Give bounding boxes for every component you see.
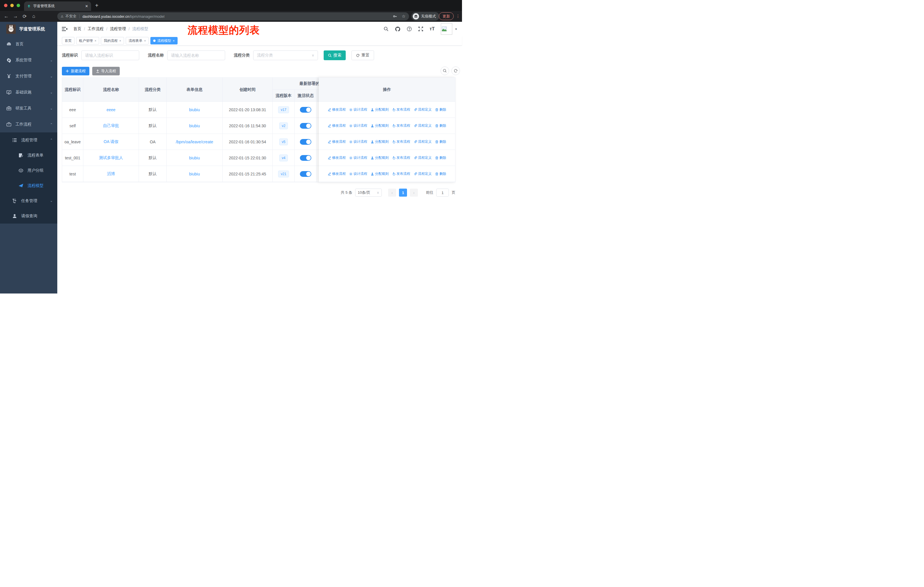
delete-link[interactable]: 删除	[435, 123, 446, 128]
bookmark-star-icon[interactable]: ☆	[402, 14, 406, 19]
caret-down-icon[interactable]: ▾	[455, 27, 457, 31]
design-process-link[interactable]: 设计流程	[349, 123, 367, 128]
breadcrumb-workflow[interactable]: 工作流程	[87, 26, 104, 31]
goto-page-input[interactable]	[436, 189, 449, 197]
edit-process-link[interactable]: 修改流程	[328, 155, 346, 160]
tag-process-model-active[interactable]: 流程模型 ×	[150, 37, 177, 45]
import-process-button[interactable]: 导入流程	[92, 67, 120, 75]
window-minimize-button[interactable]	[10, 4, 14, 7]
breadcrumb-process-manage[interactable]: 流程管理	[110, 26, 126, 31]
sidebar-item-task-manage[interactable]: 任务管理 ⌄	[0, 193, 57, 208]
breadcrumb-home[interactable]: 首页	[73, 26, 81, 31]
help-icon[interactable]	[407, 26, 412, 31]
edit-process-link[interactable]: 修改流程	[328, 171, 346, 176]
process-definition-link[interactable]: 流程定义	[414, 171, 432, 176]
sidebar-item-payment[interactable]: 支付管理 ⌄	[0, 68, 57, 84]
active-toggle[interactable]	[300, 171, 311, 177]
version-badge[interactable]: v5	[279, 139, 288, 146]
close-icon[interactable]: ×	[119, 39, 121, 42]
assign-rule-link[interactable]: 分配规则	[371, 107, 389, 112]
delete-link[interactable]: 删除	[435, 171, 446, 176]
window-zoom-button[interactable]	[16, 4, 20, 7]
tag-tenant[interactable]: 租户管理 ×	[76, 37, 99, 45]
tab-close-icon[interactable]: ✕	[85, 4, 88, 8]
process-name-link[interactable]: 测试多审批人	[99, 155, 123, 160]
edit-process-link[interactable]: 修改流程	[328, 139, 346, 144]
sidebar-item-workflow[interactable]: 工作流程 ⌃	[0, 116, 57, 132]
sidebar-item-infra[interactable]: 基础设施 ⌄	[0, 84, 57, 100]
version-badge[interactable]: v4	[279, 154, 288, 161]
assign-rule-link[interactable]: 分配规则	[371, 155, 389, 160]
tag-my-process[interactable]: 我的流程 ×	[101, 37, 124, 45]
active-toggle[interactable]	[300, 123, 311, 129]
close-icon[interactable]: ×	[144, 39, 146, 42]
process-name-link[interactable]: OA 请假	[104, 139, 118, 144]
tag-home[interactable]: 首页	[62, 37, 74, 45]
form-info-link[interactable]: biubiu	[189, 172, 200, 176]
show-search-icon[interactable]	[441, 66, 449, 75]
new-tab-button[interactable]: +	[95, 2, 99, 9]
sidebar-item-system[interactable]: 系统管理 ⌄	[0, 52, 57, 68]
publish-process-link[interactable]: 发布流程	[392, 107, 410, 112]
search-icon[interactable]	[383, 26, 389, 31]
publish-process-link[interactable]: 发布流程	[392, 171, 410, 176]
form-info-link[interactable]: biubiu	[189, 124, 200, 128]
active-toggle[interactable]	[300, 139, 311, 145]
publish-process-link[interactable]: 发布流程	[392, 155, 410, 160]
font-size-icon[interactable]: ᴛT	[430, 26, 435, 31]
edit-process-link[interactable]: 修改流程	[328, 123, 346, 128]
sidebar-item-home[interactable]: 首页	[0, 36, 57, 52]
form-info-link[interactable]: biubiu	[189, 107, 200, 112]
assign-rule-link[interactable]: 分配规则	[371, 171, 389, 176]
sidebar-item-devtools[interactable]: 研发工具 ⌄	[0, 100, 57, 116]
form-info-link[interactable]: biubiu	[189, 155, 200, 160]
chrome-update-button[interactable]: 更新	[439, 12, 454, 20]
address-bar[interactable]: ⚠ 不安全 dashboard.yudao.iocoder.cn/bpm/man…	[57, 12, 409, 20]
version-badge[interactable]: v21	[278, 170, 289, 177]
form-info-link[interactable]: /bpm/oa/leave/create	[176, 140, 213, 144]
forward-icon[interactable]: →	[11, 13, 20, 19]
process-definition-link[interactable]: 流程定义	[414, 139, 432, 144]
collapse-sidebar-icon[interactable]	[62, 26, 68, 31]
avatar[interactable]	[441, 23, 452, 35]
sidebar-item-process-manage[interactable]: 流程管理 ⌃	[0, 132, 57, 147]
password-key-icon[interactable]	[393, 14, 397, 19]
process-name-link[interactable]: 自己审批	[103, 123, 119, 128]
process-definition-link[interactable]: 流程定义	[414, 155, 432, 160]
assign-rule-link[interactable]: 分配规则	[371, 139, 389, 144]
sidebar-item-user-group[interactable]: 用户分组	[0, 163, 57, 178]
design-process-link[interactable]: 设计流程	[349, 139, 367, 144]
refresh-table-icon[interactable]	[451, 66, 460, 75]
back-icon[interactable]: ←	[2, 13, 11, 19]
process-definition-link[interactable]: 流程定义	[414, 123, 432, 128]
github-icon[interactable]	[395, 26, 401, 32]
delete-link[interactable]: 删除	[435, 139, 446, 144]
active-toggle[interactable]	[300, 155, 311, 161]
window-close-button[interactable]	[4, 4, 7, 7]
design-process-link[interactable]: 设计流程	[349, 107, 367, 112]
current-page-button[interactable]: 1	[399, 189, 407, 197]
process-id-input[interactable]	[81, 50, 139, 60]
sidebar-item-leave-query[interactable]: 请假查询	[0, 208, 57, 223]
design-process-link[interactable]: 设计流程	[349, 171, 367, 176]
publish-process-link[interactable]: 发布流程	[392, 139, 410, 144]
reload-icon[interactable]: ⟳	[20, 13, 29, 20]
version-badge[interactable]: v2	[279, 122, 288, 129]
search-button[interactable]: 搜索	[323, 50, 346, 60]
close-icon[interactable]: ×	[94, 39, 96, 42]
process-name-link[interactable]: 滔博	[107, 171, 115, 177]
browser-tab[interactable]: 芋道管理系统 ✕	[24, 2, 91, 11]
assign-rule-link[interactable]: 分配规则	[371, 123, 389, 128]
home-icon[interactable]: ⌂	[29, 13, 38, 19]
create-process-button[interactable]: 新建流程	[62, 67, 89, 75]
process-name-input[interactable]	[167, 50, 225, 60]
page-size-select[interactable]: 10条/页 ∨	[355, 189, 382, 197]
process-name-link[interactable]: eeee	[107, 107, 116, 112]
sidebar-item-process-model[interactable]: 流程模型	[0, 178, 57, 193]
publish-process-link[interactable]: 发布流程	[392, 123, 410, 128]
process-definition-link[interactable]: 流程定义	[414, 107, 432, 112]
sidebar-item-process-form[interactable]: 流程表单	[0, 147, 57, 163]
fullscreen-icon[interactable]	[418, 26, 423, 31]
version-badge[interactable]: v17	[278, 106, 289, 113]
prev-page-button[interactable]: ‹	[388, 189, 396, 197]
